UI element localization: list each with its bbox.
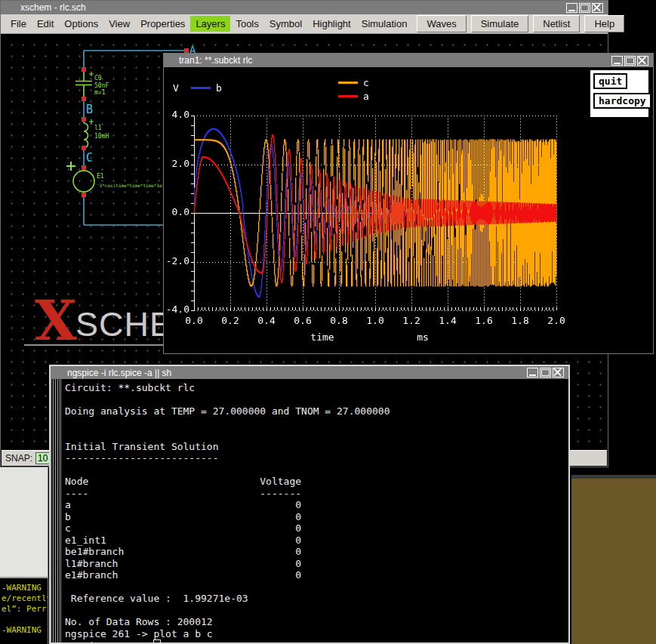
capacitor-symbol[interactable]	[75, 69, 94, 98]
menu-layers[interactable]: Layers	[190, 16, 230, 32]
help-button[interactable]: Help	[584, 15, 624, 32]
maximize-icon[interactable]	[540, 368, 551, 377]
desktop: -WARNING e/recently el”: Perr -WARNING x…	[0, 0, 656, 644]
terminal-scrollbar[interactable]	[51, 379, 62, 642]
ind-ref: l1	[94, 125, 102, 131]
terminal-window: ngspice -i rlc.spice -a || sh Circuit: *…	[49, 365, 570, 644]
netlist-button[interactable]: Netlist	[533, 15, 580, 32]
minimize-icon[interactable]	[566, 3, 577, 13]
src-ref: E1	[97, 173, 104, 180]
plot-window: tran1: **.subckt rlc V bca quit hardcopy	[163, 53, 654, 354]
menu-properties[interactable]: Properties	[135, 16, 190, 32]
waves-button[interactable]: Waves	[417, 15, 466, 32]
xschem-menubar: FileEditOptionsViewPropertiesLayersTools…	[1, 14, 608, 34]
src-value: '3*cos(time*time*time*1e11)'	[97, 183, 173, 188]
plot-window-title: tran1: **.subckt rlc	[179, 55, 611, 66]
terminal-body[interactable]: Circuit: **.subckt rlc Doing analysis at…	[51, 379, 568, 642]
minimize-icon[interactable]	[611, 56, 623, 66]
menu-tools[interactable]: Tools	[230, 16, 263, 32]
background-brown-window	[571, 475, 656, 644]
quit-button[interactable]: quit	[593, 73, 627, 89]
menu-symbol[interactable]: Symbol	[264, 16, 307, 32]
waveform-canvas	[164, 67, 653, 353]
maximize-icon[interactable]	[624, 56, 636, 66]
background-console-text: -WARNING e/recently el”: Perr -WARNING	[2, 583, 48, 636]
xschem-window-controls	[566, 3, 603, 13]
menu-bar-buttons: WavesSimulateNetlistHelp	[412, 15, 624, 32]
snap-label: SNAP:	[5, 453, 32, 464]
menu-file[interactable]: File	[5, 16, 32, 32]
menu-simulation[interactable]: Simulation	[356, 16, 413, 32]
menu-bar-items: FileEditOptionsViewPropertiesLayersTools…	[5, 16, 412, 32]
close-icon[interactable]	[553, 368, 564, 377]
minimize-icon[interactable]	[527, 368, 538, 377]
xschem-titlebar[interactable]: xschem - rlc.sch	[1, 1, 608, 14]
terminal-cursor	[153, 639, 161, 642]
terminal-output[interactable]: Circuit: **.subckt rlc Doing analysis at…	[65, 382, 390, 642]
terminal-window-title: ngspice -i rlc.spice -a || sh	[67, 368, 527, 378]
plot-content: V bca quit hardcopy	[164, 67, 653, 353]
simulate-button[interactable]: Simulate	[471, 15, 529, 32]
terminal-window-controls	[527, 368, 564, 377]
component-labels: C0 50nF m=1 l1 10mH E1 '3*cos(time*time*…	[94, 75, 173, 188]
plot-button-panel: quit hardcopy	[590, 69, 649, 118]
inductor-symbol[interactable]	[84, 119, 94, 148]
xschem-logo-x: X	[35, 288, 77, 353]
cap-value: 50nF	[94, 82, 109, 89]
plot-titlebar[interactable]: tran1: **.subckt rlc	[164, 54, 653, 67]
close-icon[interactable]	[637, 56, 648, 66]
close-icon[interactable]	[592, 3, 603, 13]
maximize-icon[interactable]	[579, 3, 590, 13]
cap-param: m=1	[94, 89, 106, 96]
voltage-source-symbol[interactable]	[66, 162, 94, 197]
hardcopy-button[interactable]: hardcopy	[593, 93, 651, 109]
menu-edit[interactable]: Edit	[32, 16, 59, 32]
net-label-c[interactable]: C	[86, 151, 93, 165]
net-label-b[interactable]: B	[86, 103, 93, 116]
xschem-window-title: xschem - rlc.sch	[20, 2, 566, 13]
background-console: -WARNING e/recently el”: Perr -WARNING	[0, 577, 48, 644]
terminal-titlebar[interactable]: ngspice -i rlc.spice -a || sh	[51, 366, 568, 379]
menu-view[interactable]: View	[103, 16, 135, 32]
ind-value: 10mH	[94, 133, 109, 140]
menu-highlight[interactable]: Highlight	[307, 16, 356, 32]
cap-ref: C0	[94, 75, 102, 82]
plot-window-controls	[611, 56, 648, 66]
background-window: -WARNING e/recently el”: Perr -WARNING	[0, 467, 48, 644]
menu-options[interactable]: Options	[59, 16, 103, 32]
